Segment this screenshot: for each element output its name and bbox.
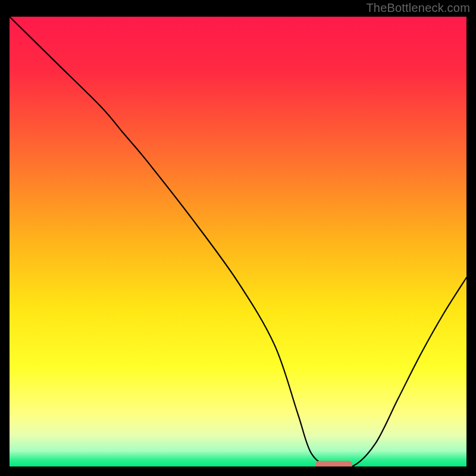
chart-frame: TheBottleneck.com <box>0 0 476 476</box>
chart-svg <box>10 17 466 466</box>
watermark-text: TheBottleneck.com <box>366 1 470 15</box>
optimal-marker <box>316 461 352 466</box>
plot-area <box>10 17 466 466</box>
